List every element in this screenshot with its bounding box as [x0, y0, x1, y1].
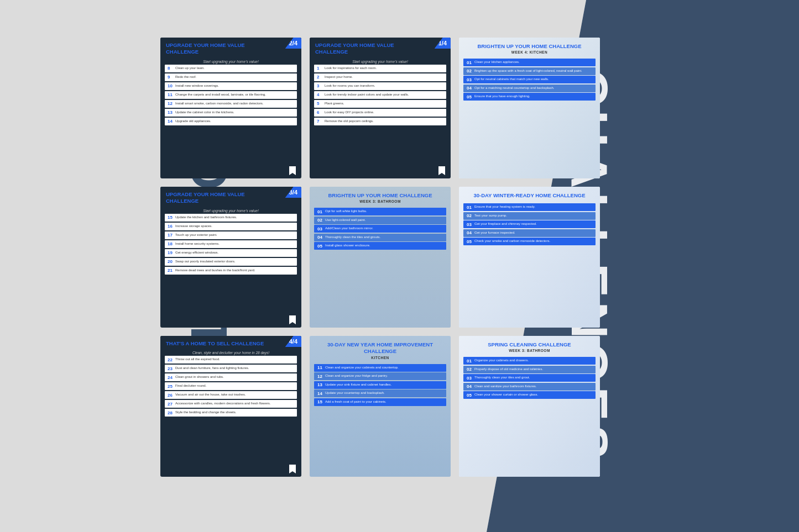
card-title: 30-DAY WINTER-READY HOME CHALLENGE [464, 192, 594, 199]
list-item: 10Install new window coverings. [165, 82, 297, 90]
badge: 3/4 [285, 187, 301, 198]
bookmark-icon [289, 465, 296, 473]
list-item: 02Test your sump pump. [463, 212, 596, 220]
list-item: 05Check your smoke and carbon monoxide d… [463, 238, 596, 245]
card-upgrade-2-4: 2/4 UPGRADE YOUR HOME VALUE CHALLENGE St… [160, 38, 301, 178]
card-header: 30-DAY NEW YEAR HOME IMPROVEMENT CHALLEN… [310, 336, 451, 362]
list-item: 11Clean and organize your cabinets and c… [314, 364, 446, 372]
list-item: 16Increase storage spaces. [165, 223, 297, 230]
list-item: 12Clean and organize your fridge and pan… [314, 372, 446, 380]
badge: 2/4 [285, 38, 301, 49]
list-item: 12Install smart smoke, carbon monoxide, … [165, 100, 297, 108]
list-item: 23Dust and clean furniture, fans and lig… [165, 365, 297, 372]
list-item: 03Add/Clean your bathroom mirror. [314, 225, 446, 233]
list-item: 1Look for inspirations for each room. [314, 65, 446, 72]
card-header: BRIGHTEN UP YOUR HOME CHALLENGE WEEK 3: … [310, 187, 451, 206]
list-item: 01Clean your kitchen appliances. [463, 59, 596, 66]
list-item: 13Update the cabinet color in the kitche… [165, 109, 297, 117]
bookmark-icon [289, 315, 296, 324]
list-item: 15Add a fresh coat of paint to your cabi… [314, 398, 446, 406]
card-upgrade-3-4: 3/4 UPGRADE YOUR HOME VALUE CHALLENGE St… [160, 187, 301, 328]
list-item: 14Update your countertop and backsplash. [314, 389, 446, 397]
card-title: THAT'S A HOME TO SELL CHALLENGE [166, 340, 270, 347]
card-content: BRIGHTEN UP YOUR HOME CHALLENGE WEEK 4: … [459, 38, 600, 101]
list-item: 24Clean grout in showers and tubs. [165, 373, 297, 381]
list-item: 01Ensure that your heating system is rea… [463, 203, 596, 211]
card-header: 3/4 UPGRADE YOUR HOME VALUE CHALLENGE [160, 187, 301, 208]
list-item: 28Style the bedding and change the sheet… [165, 409, 297, 417]
card-title: BRIGHTEN UP YOUR HOME CHALLENGE [315, 192, 445, 199]
list-item: 3Look for rooms you can transform. [314, 82, 446, 90]
list-item: 04Opt for a matching neutral countertop … [463, 85, 596, 92]
list-item: 14Upgrade old appliances. [165, 118, 297, 125]
card-spring-cleaning: SPRING CLEANING CHALLENGE WEEK 3: BATHRO… [459, 336, 600, 477]
list-item: 5Plant greens. [314, 100, 446, 108]
list-item: 04Clean and sanitize your bathroom fixtu… [463, 383, 596, 391]
list-item: 26Vacuum and air out the house, take out… [165, 391, 297, 399]
card-desc: Start upgrading your home's value! [314, 60, 446, 64]
card-winter-ready: 30-DAY WINTER-READY HOME CHALLENGE 01Ens… [459, 187, 600, 328]
list-item: 21Remove dead trees and bushes in the ba… [165, 267, 297, 275]
list-item: 03Get your fireplace and chimney respect… [463, 220, 596, 228]
card-title: SPRING CLEANING CHALLENGE [464, 341, 594, 348]
card-content: 30-DAY NEW YEAR HOME IMPROVEMENT CHALLEN… [310, 336, 451, 406]
week-label: WEEK 3: BATHROOM [464, 349, 594, 352]
card-header: 1/4 UPGRADE YOUR HOME VALUE CHALLENGE [310, 38, 451, 59]
list-item: 6Look for easy DIY projects online. [314, 109, 446, 117]
list-item: 01Opt for soft white light bulbs. [314, 208, 446, 215]
card-list: Clean, style and declutter your home in … [160, 350, 301, 419]
card-home-to-sell: 4/4 THAT'S A HOME TO SELL CHALLENGE Clea… [160, 336, 301, 477]
list-item: 04Thoroughly clean the tiles and grouts. [314, 234, 446, 241]
list-item: 22Throw out all the expired food. [165, 356, 297, 364]
list-item: 02Use light-colored wall paint. [314, 217, 446, 224]
cards-grid: 2/4 UPGRADE YOUR HOME VALUE CHALLENGE St… [160, 38, 608, 477]
card-content: BRIGHTEN UP YOUR HOME CHALLENGE WEEK 3: … [310, 187, 451, 250]
list-item: 9Redo the roof. [165, 73, 297, 81]
list-item: 11Change the carpets and install wood, l… [165, 91, 297, 99]
badge: 1/4 [435, 38, 451, 49]
list-item: 02Properly dispose of old medicine and t… [463, 366, 596, 373]
list-item: 7Remove the old popcorn ceilings. [314, 118, 446, 125]
card-brighten-bathroom: BRIGHTEN UP YOUR HOME CHALLENGE WEEK 3: … [310, 187, 451, 328]
list-item: 04Get your furnace inspected. [463, 229, 596, 237]
card-header: 2/4 UPGRADE YOUR HOME VALUE CHALLENGE [160, 38, 301, 59]
list-item: 15Update the kitchen and bathroom fixtur… [165, 214, 297, 222]
list-item: 27Accessorize with candles, modern decor… [165, 400, 297, 408]
card-header: BRIGHTEN UP YOUR HOME CHALLENGE WEEK 4: … [459, 38, 600, 56]
badge: 4/4 [285, 336, 301, 347]
week-label: KITCHEN [315, 356, 445, 360]
week-label: WEEK 3: BATHROOM [315, 199, 445, 203]
card-header: 4/4 THAT'S A HOME TO SELL CHALLENGE [160, 336, 301, 350]
card-title: UPGRADE YOUR HOME VALUE CHALLENGE [166, 42, 270, 56]
list-item: 05Ensure that you have enough lighting. [463, 93, 596, 101]
list-item: 25Final declutter round. [165, 382, 297, 390]
bookmark-icon [289, 166, 296, 175]
list-item: 18Install home security systems. [165, 240, 297, 248]
card-list: Start upgrading your home's value! 15Upd… [160, 208, 301, 277]
bookmark-icon [438, 166, 445, 175]
card-title: BRIGHTEN UP YOUR HOME CHALLENGE [464, 43, 594, 50]
list-item: 19Get energy efficient windows. [165, 249, 297, 257]
list-item: 17Touch up your exterior paint. [165, 231, 297, 239]
card-content: 30-DAY WINTER-READY HOME CHALLENGE 01Ens… [459, 187, 600, 245]
card-header: 30-DAY WINTER-READY HOME CHALLENGE [459, 187, 600, 201]
list-item: 4Look for trendy indoor paint colors and… [314, 91, 446, 99]
card-newyear-challenge: 30-DAY NEW YEAR HOME IMPROVEMENT CHALLEN… [310, 336, 451, 477]
card-title: 30-DAY NEW YEAR HOME IMPROVEMENT CHALLEN… [315, 341, 445, 355]
list-item: 03Thoroughly clean your tiles and grout. [463, 374, 596, 382]
list-item: 02Brighten up the space with a fresh coa… [463, 67, 596, 75]
card-title: UPGRADE YOUR HOME VALUE CHALLENGE [315, 42, 419, 56]
list-item: 20Swap out poorly insulated exterior doo… [165, 258, 297, 266]
list-item: 05Clean your shower curtain or shower gl… [463, 391, 596, 399]
card-desc: Start upgrading your home's value! [165, 209, 297, 213]
list-item: 13Update your sink fixture and cabinet h… [314, 381, 446, 389]
card-list: Start upgrading your home's value! 1Look… [310, 59, 451, 128]
list-item: 03Opt for neutral cabinets that match yo… [463, 76, 596, 83]
card-title: UPGRADE YOUR HOME VALUE CHALLENGE [166, 191, 270, 205]
card-list: Start upgrading your home's value! 8Clea… [160, 59, 301, 128]
card-upgrade-1-4: 1/4 UPGRADE YOUR HOME VALUE CHALLENGE St… [310, 38, 451, 178]
card-desc: Start upgrading your home's value! [165, 60, 297, 64]
card-content: SPRING CLEANING CHALLENGE WEEK 3: BATHRO… [459, 336, 600, 399]
list-item: 05Install glass shower enclosure. [314, 242, 446, 250]
list-item: 8Clean up your lawn. [165, 65, 297, 72]
